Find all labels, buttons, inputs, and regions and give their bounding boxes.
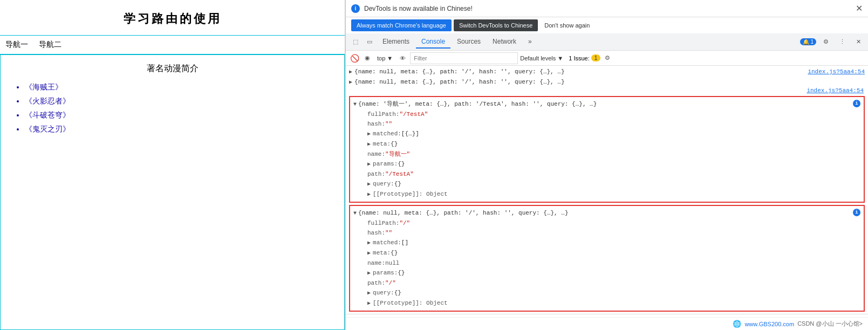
- match-language-button[interactable]: Always match Chrome's language: [351, 19, 452, 31]
- issue-label: 1 Issue:: [569, 55, 590, 61]
- inspect-icon[interactable]: ⬚: [349, 36, 362, 49]
- block1-matched[interactable]: ▶ matched: [{…}]: [351, 129, 863, 139]
- block1-params[interactable]: ▶ params: {}: [351, 159, 863, 169]
- block1-meta[interactable]: ▶ meta: {}: [351, 139, 863, 149]
- block2-prototype[interactable]: ▶ [[Prototype]]: Object: [351, 298, 863, 308]
- block2-fullpath: fullPath: "/": [351, 218, 863, 228]
- tab-elements[interactable]: Elements: [377, 36, 415, 49]
- block1-info-icon: i: [853, 100, 860, 107]
- block2-name: name: null: [351, 258, 863, 268]
- eye-filter-icon[interactable]: 👁: [397, 53, 408, 64]
- close-devtools-icon[interactable]: ✕: [852, 36, 865, 49]
- block1-query[interactable]: ▶ query: {}: [351, 179, 863, 189]
- watermark-area: 🌐 www.GBS200.com CSDN @小山 一小心馆>: [346, 317, 868, 330]
- console-filter-input[interactable]: [410, 52, 518, 64]
- block1-name: name: "导航一": [351, 149, 863, 159]
- file-link-2[interactable]: index.js?5aa4:54: [807, 87, 864, 94]
- device-icon[interactable]: ▭: [363, 36, 376, 49]
- console-top-selector[interactable]: top ▼: [375, 54, 395, 63]
- watermark-logo: 🌐: [733, 320, 741, 328]
- nav-bar: 导航一 导航二: [0, 36, 345, 54]
- page-title-area: 学习路由的使用: [0, 0, 345, 36]
- console-log-line-1[interactable]: ▶ {name: null, meta: {…}, path: '/', has…: [346, 67, 868, 77]
- console-block-1: ▼ {name: '导航一', meta: {…}, path: '/TestA…: [349, 96, 865, 203]
- list-item: 《火影忍者》: [25, 97, 336, 106]
- dont-show-button[interactable]: Don't show again: [540, 19, 594, 31]
- settings-icon[interactable]: ⚙: [819, 36, 832, 49]
- file-link-1[interactable]: index.js?5aa4:54: [808, 67, 865, 76]
- console-settings-icon[interactable]: ⚙: [605, 54, 610, 61]
- expand-icon[interactable]: ▶: [349, 68, 352, 77]
- params-expand-icon[interactable]: ▶: [367, 160, 371, 169]
- block2-hash: hash: "": [351, 228, 863, 238]
- block1-hash: hash: "": [351, 119, 863, 129]
- switch-chinese-button[interactable]: Switch DevTools to Chinese: [454, 19, 538, 31]
- block2-params[interactable]: ▶ params: {}: [351, 268, 863, 278]
- tab-console[interactable]: Console: [416, 36, 450, 49]
- page-title: 学习路由的使用: [5, 11, 339, 27]
- console-block-2: ▼ {name: null, meta: {…}, path: '/', has…: [349, 205, 865, 312]
- content-area: 著名动漫简介 《海贼王》 《火影忍者》 《斗破苍穹》 《鬼灭之刃》: [0, 54, 345, 330]
- block2-info-icon: i: [853, 209, 860, 216]
- devtools-toolbar: ⬚ ▭ Elements Console Sources Network » 🔔…: [346, 33, 868, 51]
- console-eye-icon[interactable]: ◉: [362, 53, 373, 64]
- content-subtitle: 著名动漫简介: [9, 63, 336, 74]
- devtools-notification: i DevTools is now available in Chinese! …: [346, 0, 868, 17]
- tab-more[interactable]: »: [523, 36, 537, 49]
- block2-header-text: {name: null, meta: {…}, path: '/', hash:…: [358, 209, 851, 217]
- console-log-line-2[interactable]: ▶ {name: null, meta: {…}, path: '/', has…: [346, 77, 868, 87]
- nav-link-2[interactable]: 导航二: [39, 40, 61, 50]
- list-item: 《斗破苍穹》: [25, 111, 336, 120]
- block1-fullpath: fullPath: "/TestA": [351, 109, 863, 119]
- list-item: 《鬼灭之刃》: [25, 125, 336, 134]
- block2-header-line[interactable]: ▼ {name: null, meta: {…}, path: '/', has…: [351, 208, 863, 218]
- more-options-icon[interactable]: ⋮: [836, 36, 849, 49]
- block1-expand-icon[interactable]: ▼: [353, 100, 357, 109]
- block1-header-line[interactable]: ▼ {name: '导航一', meta: {…}, path: '/TestA…: [351, 99, 863, 109]
- issue-badge: 1: [591, 54, 601, 61]
- close-notification-button[interactable]: ✕: [856, 3, 863, 13]
- default-levels-selector[interactable]: Default levels ▼: [520, 55, 563, 61]
- watermark-url: www.GBS200.com: [744, 321, 794, 327]
- watermark-credit: CSDN @小山 一小心馆>: [797, 320, 863, 328]
- block2-query[interactable]: ▶ query: {}: [351, 288, 863, 298]
- block2-matched[interactable]: ▶ matched: []: [351, 238, 863, 248]
- meta-expand-icon[interactable]: ▶: [367, 140, 371, 149]
- log-text-2: {name: null, meta: {…}, path: '/', hash:…: [354, 78, 865, 86]
- notification-buttons: Always match Chrome's language Switch De…: [346, 17, 868, 33]
- devtools-panel: i DevTools is now available in Chinese! …: [345, 0, 868, 330]
- console-toolbar: 🚫 ◉ top ▼ 👁 Default levels ▼ 1 Issue: 1 …: [346, 51, 868, 66]
- console-clear-button[interactable]: 🚫: [349, 53, 360, 64]
- tab-sources[interactable]: Sources: [452, 36, 486, 49]
- matched-expand-icon[interactable]: ▶: [367, 130, 371, 139]
- log-text-1: {name: null, meta: {…}, path: '/', hash:…: [354, 67, 808, 76]
- nav-link-1[interactable]: 导航一: [5, 40, 28, 50]
- tab-network[interactable]: Network: [487, 36, 522, 49]
- block1-prototype[interactable]: ▶ [[Prototype]]: Object: [351, 189, 863, 200]
- info-icon: i: [351, 4, 360, 13]
- notification-text: DevTools is now available in Chinese!: [364, 5, 851, 12]
- block2-meta[interactable]: ▶ meta: {}: [351, 248, 863, 258]
- block2-expand-icon[interactable]: ▼: [353, 209, 357, 218]
- block1-header-text: {name: '导航一', meta: {…}, path: '/TestA',…: [358, 100, 851, 108]
- anime-list: 《海贼王》 《火影忍者》 《斗破苍穹》 《鬼灭之刃》: [9, 82, 336, 134]
- console-content: ▶ {name: null, meta: {…}, path: '/', has…: [346, 66, 868, 317]
- badge-count: 🔔 1: [800, 38, 816, 45]
- browser-page: 学习路由的使用 导航一 导航二 著名动漫简介 《海贼王》 《火影忍者》 《斗破苍…: [0, 0, 345, 330]
- expand-icon[interactable]: ▶: [349, 78, 352, 87]
- list-item: 《海贼王》: [25, 82, 336, 92]
- block1-path: path: "/TestA": [351, 169, 863, 179]
- block2-path: path: "/": [351, 278, 863, 288]
